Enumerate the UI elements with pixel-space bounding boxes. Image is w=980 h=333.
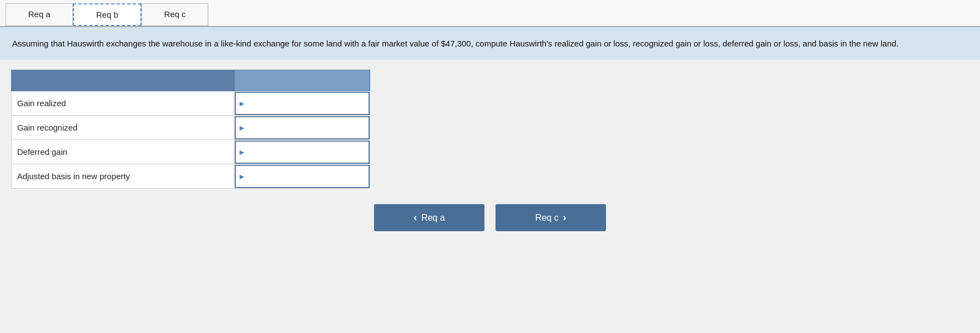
adjusted-basis-arrow: ► — [236, 172, 248, 181]
page-container: Req a Req b Req c Assuming that Hauswirt… — [0, 0, 980, 333]
next-arrow: › — [563, 212, 566, 223]
tab-req-a-label: Req a — [28, 9, 50, 19]
prev-arrow: ‹ — [414, 212, 417, 223]
gain-realized-label: Gain realized — [12, 91, 235, 116]
table-header-col2 — [235, 70, 370, 91]
tab-req-b[interactable]: Req b — [73, 3, 141, 26]
prev-button-label: Req a — [421, 213, 445, 223]
gain-recognized-input[interactable] — [248, 117, 368, 138]
deferred-gain-cell: ► — [235, 140, 370, 164]
gain-recognized-cell: ► — [235, 116, 370, 140]
deferred-gain-label: Deferred gain — [12, 140, 235, 164]
deferred-gain-arrow: ► — [236, 148, 248, 157]
table-header-col1 — [12, 70, 235, 91]
adjusted-basis-input[interactable] — [248, 166, 368, 187]
prev-button[interactable]: ‹ Req a — [374, 204, 484, 231]
tab-req-a[interactable]: Req a — [6, 3, 73, 26]
adjusted-basis-cell: ► — [235, 164, 370, 189]
main-content: Gain realized ► Gain recognized — [0, 60, 980, 242]
table-row: Deferred gain ► — [12, 140, 370, 164]
next-button-label: Req c — [535, 213, 559, 223]
nav-buttons: ‹ Req a Req c › — [11, 204, 969, 231]
adjusted-basis-label: Adjusted basis in new property — [12, 164, 235, 189]
gain-realized-arrow: ► — [236, 99, 248, 108]
tab-req-c[interactable]: Req c — [141, 3, 208, 26]
tab-req-c-label: Req c — [164, 9, 186, 19]
description-text: Assuming that Hauswirth exchanges the wa… — [12, 39, 899, 48]
gain-realized-input[interactable] — [248, 93, 368, 114]
gain-realized-cell: ► — [235, 91, 370, 116]
gain-recognized-label: Gain recognized — [12, 116, 235, 140]
table-row: Adjusted basis in new property ► — [12, 164, 370, 189]
table-row: Gain recognized ► — [12, 116, 370, 140]
gain-recognized-arrow: ► — [236, 123, 248, 132]
tab-req-b-label: Req b — [96, 10, 118, 19]
next-button[interactable]: Req c › — [496, 204, 606, 231]
deferred-gain-input[interactable] — [248, 142, 368, 163]
table-row: Gain realized ► — [12, 91, 370, 116]
description-area: Assuming that Hauswirth exchanges the wa… — [0, 27, 980, 60]
table-header-row — [12, 70, 370, 91]
tabs-bar: Req a Req b Req c — [0, 0, 980, 27]
data-table: Gain realized ► Gain recognized — [11, 70, 370, 189]
